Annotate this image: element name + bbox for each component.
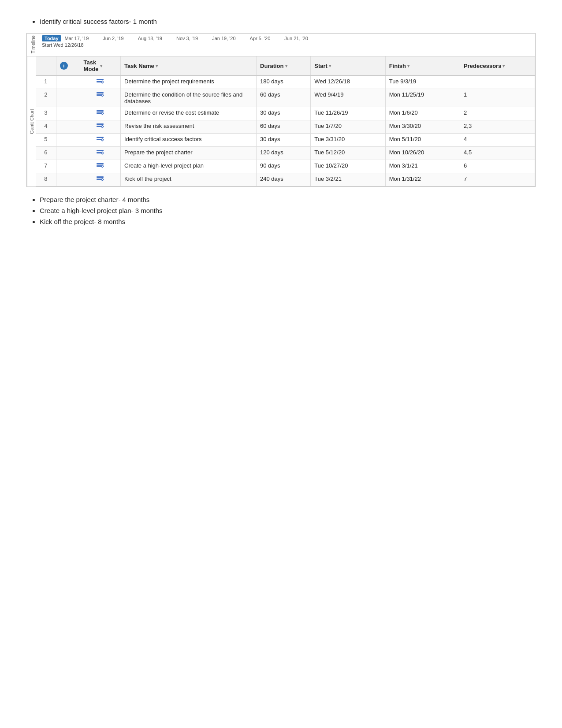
- gantt-main: Timeline Today Mar 17, '19 Jun 2, '19 Au…: [27, 34, 535, 187]
- gantt-container: Timeline Today Mar 17, '19 Jun 2, '19 Au…: [26, 33, 536, 187]
- row-duration: 30 days: [257, 107, 311, 120]
- table-row: 4 Revise the risk assessment 60 days Tue…: [36, 120, 535, 134]
- row-number: 8: [36, 173, 56, 187]
- row-duration: 180 days: [257, 75, 311, 89]
- table-row: 2 Determine the condition of the source …: [36, 89, 535, 107]
- info-icon: i: [60, 62, 68, 70]
- row-task-name: Identify critical success factors: [121, 134, 257, 147]
- row-info-cell: [56, 120, 80, 134]
- start-dropdown-icon: ▾: [329, 63, 331, 68]
- svg-rect-10: [97, 150, 104, 151]
- row-start: Tue 5/12/20: [311, 147, 385, 160]
- row-task-mode: [80, 75, 120, 89]
- row-number: 6: [36, 147, 56, 160]
- row-info-cell: [56, 160, 80, 173]
- col-predecessors[interactable]: Predecessors ▾: [460, 56, 535, 75]
- svg-rect-15: [97, 179, 102, 180]
- row-start: Tue 11/26/19: [311, 107, 385, 120]
- timeline-date-7: Jun 21, '20: [284, 36, 308, 41]
- timeline-date-3: Aug 18, '19: [138, 36, 162, 41]
- row-predecessors: 4,5: [460, 147, 535, 160]
- table-row: 1 Determine the project requirements 180…: [36, 75, 535, 89]
- row-task-mode: [80, 160, 120, 173]
- today-marker: Today: [42, 35, 61, 41]
- duration-dropdown-icon: ▾: [285, 63, 287, 68]
- col-finish-label: Finish: [389, 63, 406, 69]
- task-name-dropdown-icon: ▾: [156, 63, 158, 68]
- svg-rect-2: [97, 92, 104, 93]
- row-number: 3: [36, 107, 56, 120]
- row-info-cell: [56, 107, 80, 120]
- row-predecessors: [460, 75, 535, 89]
- svg-rect-7: [97, 126, 102, 127]
- row-start: Tue 10/27/20: [311, 160, 385, 173]
- row-task-name: Determine or revise the cost estimate: [121, 107, 257, 120]
- svg-rect-6: [97, 123, 104, 125]
- col-task-name-label: Task Name: [124, 63, 154, 69]
- finish-dropdown-icon: ▾: [407, 63, 409, 68]
- row-number: 1: [36, 75, 56, 89]
- row-task-name: Revise the risk assessment: [121, 120, 257, 134]
- svg-rect-0: [97, 79, 104, 80]
- row-start: Tue 1/7/20: [311, 120, 385, 134]
- row-number: 5: [36, 134, 56, 147]
- col-task-mode[interactable]: TaskMode ▾: [80, 56, 120, 75]
- timeline-date-2: Jun 2, '19: [103, 36, 123, 41]
- row-predecessors: 4: [460, 134, 535, 147]
- row-finish: Mon 1/31/22: [385, 173, 460, 187]
- row-number: 7: [36, 160, 56, 173]
- top-bullet-item: Identify critical success factors- 1 mon…: [40, 18, 536, 25]
- row-finish: Mon 3/30/20: [385, 120, 460, 134]
- row-predecessors: 7: [460, 173, 535, 187]
- row-finish: Mon 11/25/19: [385, 89, 460, 107]
- col-start[interactable]: Start ▾: [311, 56, 385, 75]
- row-duration: 60 days: [257, 120, 311, 134]
- col-task-name[interactable]: Task Name ▾: [121, 56, 257, 75]
- row-task-mode: [80, 107, 120, 120]
- col-task-mode-label: TaskMode: [84, 59, 99, 72]
- timeline-content: Today Mar 17, '19 Jun 2, '19 Aug 18, '19…: [42, 35, 532, 48]
- predecessors-dropdown-icon: ▾: [502, 63, 505, 68]
- bottom-bullet-item: Kick off the project- 8 months: [40, 218, 536, 225]
- row-task-name: Determine the condition of the source fi…: [121, 89, 257, 107]
- row-task-mode: [80, 134, 120, 147]
- row-start: Tue 3/31/20: [311, 134, 385, 147]
- row-number: 2: [36, 89, 56, 107]
- start-info: Start Wed 12/26/18: [42, 42, 532, 48]
- row-duration: 120 days: [257, 147, 311, 160]
- timeline-header: Timeline Today Mar 17, '19 Jun 2, '19 Au…: [27, 34, 535, 56]
- row-info-cell: [56, 134, 80, 147]
- table-header-row: i TaskMode ▾ Task Name ▾: [36, 56, 535, 75]
- row-finish: Mon 5/11/20: [385, 134, 460, 147]
- row-task-mode: [80, 173, 120, 187]
- row-predecessors: 2,3: [460, 120, 535, 134]
- row-task-name: Create a high-level project plan: [121, 160, 257, 173]
- row-task-name: Prepare the project charter: [121, 147, 257, 160]
- svg-rect-5: [97, 112, 102, 114]
- row-finish: Mon 10/26/20: [385, 147, 460, 160]
- row-info-cell: [56, 89, 80, 107]
- top-bullet-list: Identify critical success factors- 1 mon…: [26, 18, 536, 25]
- col-info[interactable]: i: [56, 56, 80, 75]
- col-duration-label: Duration: [260, 63, 283, 69]
- svg-rect-9: [97, 139, 102, 140]
- row-task-name: Kick off the project: [121, 173, 257, 187]
- bottom-bullet-list: Prepare the project charter- 4 monthsCre…: [26, 196, 536, 225]
- row-number: 4: [36, 120, 56, 134]
- timeline-date-5: Jan 19, '20: [212, 36, 235, 41]
- col-finish[interactable]: Finish ▾: [385, 56, 460, 75]
- gantt-table-area: Gantt Chart i TaskMode ▾: [27, 56, 535, 187]
- col-duration[interactable]: Duration ▾: [257, 56, 311, 75]
- svg-rect-8: [97, 137, 104, 138]
- row-start: Wed 9/4/19: [311, 89, 385, 107]
- col-start-label: Start: [314, 63, 328, 69]
- row-predecessors: 6: [460, 160, 535, 173]
- table-row: 8 Kick off the project 240 days Tue 3/2/…: [36, 173, 535, 187]
- row-duration: 240 days: [257, 173, 311, 187]
- table-row: 7 Create a high-level project plan 90 da…: [36, 160, 535, 173]
- table-row: 3 Determine or revise the cost estimate …: [36, 107, 535, 120]
- task-mode-dropdown-icon: ▾: [100, 63, 102, 68]
- row-duration: 60 days: [257, 89, 311, 107]
- row-task-mode: [80, 120, 120, 134]
- timeline-label: Timeline: [30, 35, 38, 53]
